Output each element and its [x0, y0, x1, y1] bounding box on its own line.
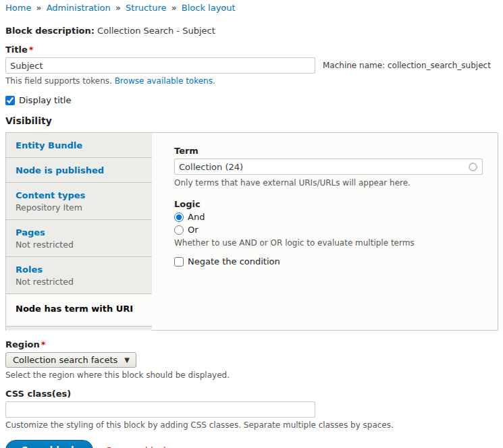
visibility-tab-list: Entity Bundle Node is published Content …	[5, 133, 152, 331]
term-autocomplete-input[interactable]	[174, 159, 483, 175]
logic-and-label[interactable]: And	[188, 212, 205, 222]
breadcrumb-separator: »	[36, 3, 42, 13]
visibility-tab-node-is-published[interactable]: Node is published	[6, 158, 152, 183]
tab-label: Content types	[16, 190, 142, 200]
machine-name-text: Machine name: collection_search_subject	[323, 61, 491, 70]
title-description-text: This field supports tokens.	[5, 76, 112, 86]
breadcrumb-link-administration[interactable]: Administration	[47, 3, 111, 13]
css-classes-input[interactable]	[5, 401, 315, 418]
css-classes-description: Customize the styling of this block by a…	[5, 420, 498, 430]
tab-label: Node has term with URI	[16, 304, 142, 314]
visibility-tab-node-has-term-with-uri[interactable]: Node has term with URI	[6, 294, 152, 326]
visibility-heading: Visibility	[5, 115, 498, 126]
autocomplete-status-icon	[469, 163, 477, 171]
tab-summary: Not restricted	[16, 277, 142, 287]
display-title-checkbox[interactable]	[5, 96, 15, 105]
visibility-tab-roles[interactable]: Roles Not restricted	[6, 257, 152, 294]
tab-summary: Repository Item	[16, 202, 142, 213]
region-label-text: Region	[5, 339, 40, 349]
tab-list-overflow-strip	[6, 326, 152, 331]
required-mark: *	[41, 339, 46, 349]
title-description: This field supports tokens. Browse avail…	[5, 76, 498, 86]
css-classes-label: CSS class(es)	[5, 389, 498, 399]
title-input[interactable]	[5, 57, 315, 74]
negate-condition-checkbox[interactable]	[174, 257, 184, 267]
region-select[interactable]: Collection search facets ▼	[5, 352, 136, 368]
tab-label: Pages	[16, 227, 142, 237]
logic-and-radio[interactable]	[174, 213, 184, 222]
tab-label: Node is published	[16, 165, 142, 175]
term-label: Term	[174, 146, 483, 156]
visibility-tab-entity-bundle[interactable]: Entity Bundle	[6, 133, 152, 158]
logic-or-label[interactable]: Or	[188, 225, 198, 235]
tab-label: Roles	[16, 264, 142, 275]
block-description: Block description: Collection Search - S…	[5, 26, 498, 36]
remove-block-link[interactable]: Remove block	[107, 445, 168, 448]
tab-summary: Not restricted	[16, 240, 142, 250]
negate-condition-label[interactable]: Negate the condition	[188, 256, 280, 267]
breadcrumb-link-block-layout[interactable]: Block layout	[182, 3, 236, 13]
logic-label: Logic	[174, 199, 483, 209]
title-label-text: Title	[5, 45, 28, 55]
breadcrumb-link-structure[interactable]: Structure	[126, 3, 166, 13]
required-mark: *	[29, 45, 34, 55]
display-title-label[interactable]: Display title	[19, 95, 71, 105]
region-select-value: Collection search facets	[13, 355, 117, 365]
block-description-label: Block description:	[5, 26, 95, 36]
title-label: Title*	[5, 45, 498, 55]
visibility-vertical-tabs: Entity Bundle Node is published Content …	[5, 132, 498, 331]
form-actions: Save block Remove block	[5, 440, 498, 448]
logic-description: Whether to use AND or OR logic to evalua…	[174, 238, 483, 248]
visibility-tab-pane: Term Only terms that have external URIs/…	[152, 133, 498, 331]
chevron-down-icon: ▼	[124, 356, 130, 364]
breadcrumb: Home » Administration » Structure » Bloc…	[5, 3, 498, 13]
breadcrumb-separator: »	[115, 3, 121, 13]
browse-tokens-link[interactable]: Browse available tokens.	[115, 76, 215, 86]
region-description: Select the region where this block shoul…	[5, 370, 498, 380]
save-block-button[interactable]: Save block	[5, 440, 93, 448]
tab-label: Entity Bundle	[16, 140, 142, 150]
logic-or-radio[interactable]	[174, 225, 184, 235]
block-description-value: Collection Search - Subject	[97, 26, 215, 36]
visibility-tab-pages[interactable]: Pages Not restricted	[6, 220, 152, 257]
visibility-tab-content-types[interactable]: Content types Repository Item	[6, 183, 152, 220]
term-description: Only terms that have external URIs/URLs …	[174, 178, 483, 188]
breadcrumb-separator: »	[171, 3, 177, 13]
breadcrumb-link-home[interactable]: Home	[5, 3, 31, 13]
region-label: Region*	[5, 339, 498, 349]
